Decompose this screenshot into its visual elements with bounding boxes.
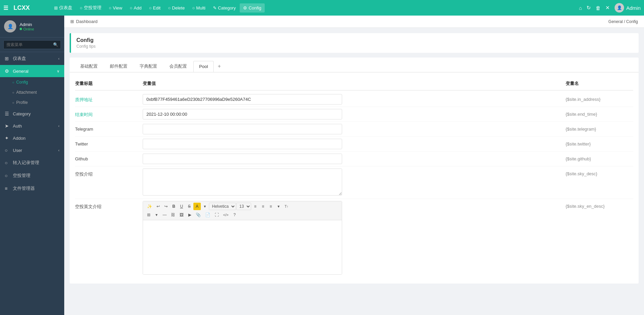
topnav-label-delete: Delete	[172, 5, 185, 10]
varname-twitter: {$site.twitter}	[559, 139, 633, 147]
sidebar-item-auth[interactable]: ➤ Auth ‹	[0, 120, 64, 132]
editor-btn-undo[interactable]: ↩	[154, 203, 162, 210]
category-icon: ☰	[5, 111, 10, 116]
input-in-address[interactable]	[143, 94, 342, 105]
tab-member[interactable]: 会员配置	[164, 60, 193, 72]
link-end-time[interactable]: 结束时间	[75, 112, 93, 117]
input-twitter[interactable]	[143, 139, 342, 149]
label-twitter: Twitter	[75, 139, 143, 147]
close-icon[interactable]: ✕	[605, 5, 610, 11]
editor-btn-ul[interactable]: ≡	[252, 203, 259, 210]
sidebar-item-airdrop[interactable]: ○ 空投管理	[0, 169, 64, 182]
value-twitter	[143, 139, 559, 149]
input-telegram[interactable]	[143, 124, 342, 134]
sidebar-item-file-manager[interactable]: ≡ 文件管理器	[0, 182, 64, 195]
link-in-address[interactable]: 质押地址	[75, 97, 93, 102]
editor-btn-link[interactable]: ⛓	[169, 211, 177, 219]
editor-btn-file[interactable]: 📄	[203, 211, 212, 219]
topnav-item-delete[interactable]: ○ Delete	[165, 3, 188, 13]
top-nav-user[interactable]: 👤 Admin	[615, 3, 641, 13]
sidebar-item-user[interactable]: ○ User ‹	[0, 144, 64, 156]
editor-btn-highlight[interactable]: A	[193, 203, 201, 210]
input-end-time[interactable]	[143, 109, 342, 119]
form-row-end-time: 结束时间 {$site.end_time}	[75, 107, 633, 122]
page-header: Config Config tips	[70, 33, 639, 53]
form-row-in-address: 质押地址 {$site.in_address}	[75, 92, 633, 107]
delete-nav-icon: ○	[168, 5, 171, 10]
editor-btn-strikethrough[interactable]: S	[186, 203, 193, 210]
topnav-item-multi[interactable]: ○ Multi	[189, 3, 209, 13]
topnav-item-add[interactable]: ○ Add	[126, 3, 145, 13]
textarea-sky-desc[interactable]	[143, 168, 342, 196]
refresh-icon[interactable]: ↻	[587, 5, 591, 11]
chevron-icon-dashboard: ‹	[58, 57, 59, 61]
topnav-item-edit[interactable]: ○ Edit	[146, 3, 164, 13]
editor-btn-align[interactable]: ≡	[267, 203, 275, 210]
status-dot	[20, 28, 22, 30]
sidebar-item-addon[interactable]: ✦ Addon	[0, 132, 64, 144]
tab-add-button[interactable]: +	[214, 61, 224, 71]
user-icon: ○	[5, 148, 10, 153]
varname-end-time: {$site.end_time}	[559, 109, 633, 117]
topnav-item-airdrop[interactable]: ○ 空投管理	[76, 3, 105, 13]
topnav-item-view[interactable]: ○ View	[105, 3, 126, 13]
editor-btn-redo[interactable]: ↪	[162, 203, 170, 210]
username: Admin	[626, 5, 641, 11]
sidebar-label-attachment: Attachment	[16, 90, 37, 95]
editor-btn-image[interactable]: 🖼	[177, 211, 186, 219]
label-sky-en-desc: 空投英文介绍	[75, 201, 143, 210]
label-github: Github	[75, 154, 143, 161]
sidebar-user-info: Admin Online	[20, 22, 34, 31]
menu-toggle-icon[interactable]: ☰	[3, 5, 8, 11]
sidebar-item-category[interactable]: ☰ Category	[0, 108, 64, 120]
tab-dict[interactable]: 字典配置	[134, 60, 163, 72]
sidebar-item-config[interactable]: Config	[0, 77, 64, 87]
sidebar-user: 👤 Admin Online	[0, 16, 64, 38]
editor-btn-align-arrow[interactable]: ▾	[275, 203, 282, 210]
editor-font-size[interactable]: 13	[236, 203, 251, 210]
editor-btn-ol[interactable]: ≡	[259, 203, 267, 210]
editor-btn-underline[interactable]: U	[178, 203, 185, 210]
editor-btn-fullscreen[interactable]: ⛶	[213, 211, 221, 219]
editor-btn-magic[interactable]: ✨	[145, 203, 154, 210]
tab-email[interactable]: 邮件配置	[104, 60, 133, 72]
sidebar-item-transfer[interactable]: ○ 转入记录管理	[0, 156, 64, 169]
editor-btn-video[interactable]: ▶	[186, 211, 193, 219]
sidebar-label-dashboard: 仪表盘	[13, 55, 26, 62]
varname-in-address: {$site.in_address}	[559, 94, 633, 102]
input-github[interactable]	[143, 154, 342, 164]
editor-btn-table-arrow[interactable]: ▾	[153, 211, 160, 219]
editor-toolbar: ✨ ↩ ↪ B U S A ▾ H	[143, 201, 342, 220]
label-telegram: Telegram	[75, 124, 143, 132]
sidebar-status-text: Online	[23, 27, 34, 31]
breadcrumb-config: Config	[626, 19, 638, 24]
trash-icon[interactable]: 🗑	[596, 5, 601, 11]
sidebar-item-profile[interactable]: Profile	[0, 97, 64, 108]
tabs-form-wrapper: 基础配置 邮件配置 字典配置 会员配置 Pool + 变量标题 变量值 变量名	[70, 58, 639, 284]
editor-body[interactable]	[143, 220, 342, 274]
tab-pool[interactable]: Pool	[193, 61, 214, 72]
form-row-github: Github {$site.github}	[75, 152, 633, 166]
form-header-row: 变量标题 变量值 变量名	[75, 79, 633, 91]
editor-btn-help[interactable]: ?	[231, 211, 238, 219]
editor-btn-font-color-arrow[interactable]: ▾	[201, 203, 209, 210]
sidebar-item-attachment[interactable]: Attachment	[0, 87, 64, 97]
editor-btn-bold[interactable]: B	[170, 203, 177, 210]
editor-btn-table[interactable]: ⊞	[145, 211, 152, 219]
tab-basic[interactable]: 基础配置	[74, 60, 103, 72]
topnav-item-config[interactable]: ⚙ Config	[240, 3, 265, 13]
sidebar-item-dashboard[interactable]: ⊞ 仪表盘 ‹	[0, 52, 64, 65]
topnav-item-category[interactable]: ✎ Category	[210, 3, 239, 13]
topnav-item-dashboard[interactable]: ⊞ 仪表盘	[51, 3, 76, 13]
sidebar-item-general[interactable]: ⚙ General ∨	[0, 65, 64, 77]
breadcrumb: ⊞ Dashboard	[70, 19, 98, 24]
editor-btn-font-size-big[interactable]: T↑	[283, 203, 290, 210]
home-icon[interactable]: ⌂	[579, 5, 582, 11]
value-end-time	[143, 109, 559, 119]
editor-btn-source[interactable]: </>	[221, 211, 231, 219]
search-input[interactable]	[3, 40, 61, 49]
richtext-editor: ✨ ↩ ↪ B U S A ▾ H	[143, 201, 342, 275]
editor-font-family[interactable]: Helvetica	[209, 203, 236, 210]
editor-btn-attachment[interactable]: 📎	[194, 211, 203, 219]
editor-btn-hr[interactable]: —	[161, 211, 169, 219]
